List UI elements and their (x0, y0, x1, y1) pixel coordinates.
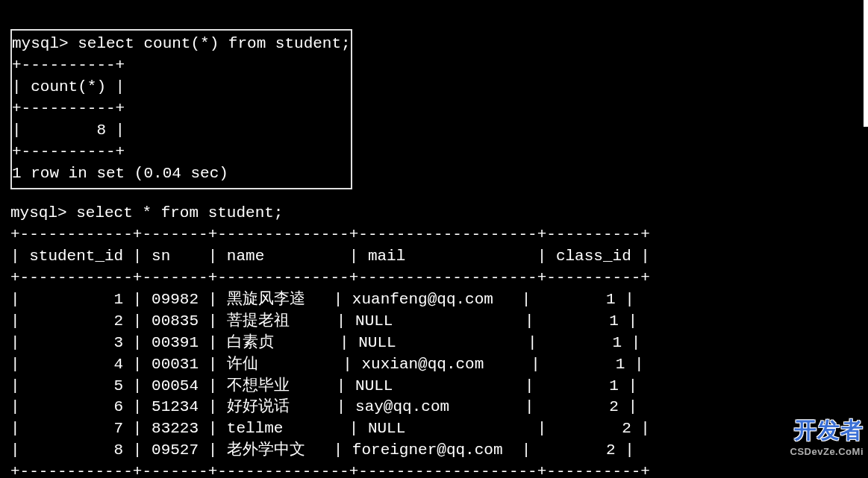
scrollbar-indicator (864, 0, 868, 127)
query-result-select-all: mysql> select * from student; +---------… (10, 203, 858, 478)
watermark-subtext: CSDevZe.CoMi (790, 445, 864, 459)
terminal-output: mysql> select count(*) from student; +--… (0, 0, 868, 478)
query-result-count: mysql> select count(*) from student; +--… (10, 29, 352, 189)
watermark-logo: 开发者 (794, 415, 864, 445)
